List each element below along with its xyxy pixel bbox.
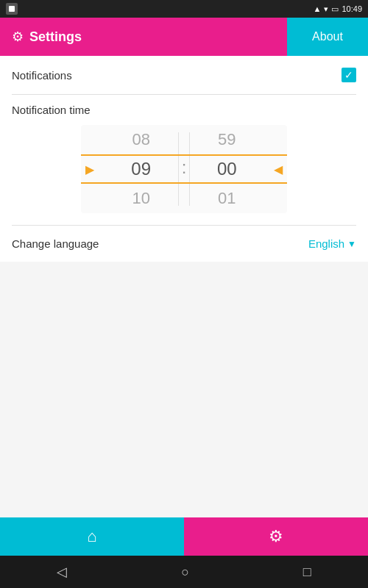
minute-item-59: 59 xyxy=(190,125,263,154)
wifi-icon: ▾ xyxy=(324,4,328,14)
recents-button[interactable]: □ xyxy=(303,564,311,580)
hour-item-10: 10 xyxy=(105,184,178,213)
back-button[interactable]: ◁ xyxy=(57,564,67,580)
time-picker[interactable]: ▶ 08 09 10 : 59 00 01 ◀ xyxy=(81,125,287,213)
language-dropdown-arrow-icon: ▼ xyxy=(347,239,356,249)
top-nav: ⚙ Settings About xyxy=(0,18,368,56)
bottom-settings-button[interactable]: ⚙ xyxy=(184,517,368,556)
settings-content: Notifications ✓ Notification time ▶ 08 0… xyxy=(0,56,368,262)
home-icon: ⌂ xyxy=(87,527,96,546)
notifications-label: Notifications xyxy=(12,69,72,82)
settings-tab-label: Settings xyxy=(29,29,82,45)
about-tab-label: About xyxy=(312,30,343,43)
notification-time-label: Notification time xyxy=(12,104,356,116)
signal-icon: ▲ xyxy=(314,4,322,13)
hours-column[interactable]: 08 09 10 xyxy=(105,125,178,213)
checkbox-check-icon: ✓ xyxy=(344,70,353,80)
time-colon-separator: : xyxy=(179,157,190,178)
minute-right-arrow-icon: ◀ xyxy=(274,162,283,176)
minutes-column[interactable]: 59 00 01 xyxy=(190,125,263,213)
settings-gear-icon: ⚙ xyxy=(12,29,24,45)
change-language-label: Change language xyxy=(12,237,99,250)
notifications-row: Notifications ✓ xyxy=(12,56,356,95)
bottom-nav: ⌂ ⚙ xyxy=(0,517,368,556)
status-time: 10:49 xyxy=(342,4,362,13)
hour-left-arrow-icon: ▶ xyxy=(85,162,94,176)
home-button[interactable]: ○ xyxy=(181,564,189,580)
battery-icon: ▭ xyxy=(331,4,339,14)
change-language-row: Change language English ▼ xyxy=(12,226,356,262)
app-icon xyxy=(6,3,18,15)
hour-item-08: 08 xyxy=(105,125,178,154)
android-nav-bar: ◁ ○ □ xyxy=(0,556,368,588)
bottom-gear-icon: ⚙ xyxy=(269,527,283,546)
minute-item-01: 01 xyxy=(190,184,263,213)
selected-language-text: English xyxy=(308,237,344,250)
hour-item-09: 09 xyxy=(105,154,178,184)
settings-tab[interactable]: ⚙ Settings xyxy=(0,18,287,56)
minute-item-00: 00 xyxy=(190,154,263,184)
notifications-checkbox[interactable]: ✓ xyxy=(342,68,356,82)
language-selector[interactable]: English ▼ xyxy=(308,237,356,250)
about-tab[interactable]: About xyxy=(287,18,368,56)
bottom-home-button[interactable]: ⌂ xyxy=(0,517,184,556)
status-bar: ▲ ▾ ▭ 10:49 xyxy=(0,0,368,18)
notification-time-section: Notification time ▶ 08 09 10 : 59 00 01 xyxy=(12,95,356,226)
